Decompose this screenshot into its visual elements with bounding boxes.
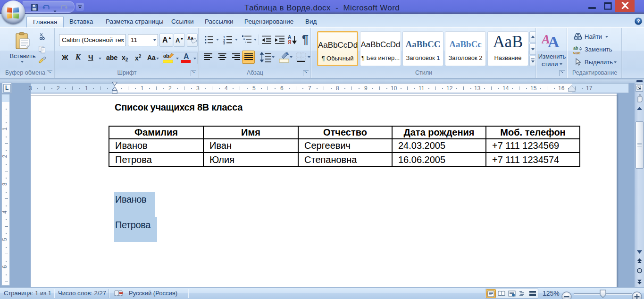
svg-text:А: А (288, 34, 291, 40)
svg-text:Я: Я (288, 40, 291, 45)
svg-text:?: ? (637, 18, 640, 24)
svg-text:чac: чac (573, 51, 580, 55)
svg-text:ab: ab (573, 46, 578, 51)
svg-text:3: 3 (223, 42, 225, 44)
svg-text:A: A (548, 33, 560, 49)
